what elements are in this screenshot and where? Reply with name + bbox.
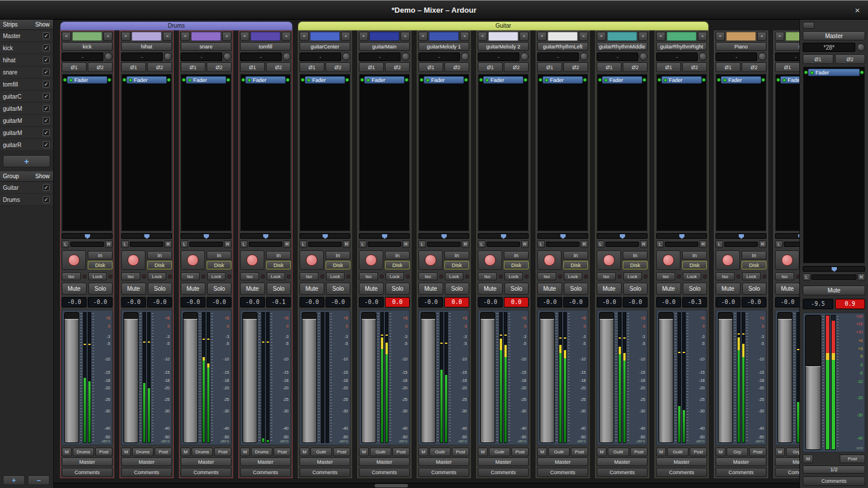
pan-width-bar[interactable]: [605, 242, 639, 247]
output-button[interactable]: Master: [537, 457, 588, 466]
output-button[interactable]: Master: [359, 457, 410, 466]
trim-display[interactable]: -: [478, 52, 519, 61]
meter-point-button[interactable]: Post: [630, 448, 648, 456]
trim-display[interactable]: -: [181, 52, 222, 61]
pan-width-bar[interactable]: [487, 242, 520, 247]
trim-display[interactable]: -: [716, 52, 757, 61]
strip-color-bar[interactable]: [607, 32, 637, 41]
master-balance-control[interactable]: L R: [803, 266, 865, 281]
solo-button[interactable]: Solo: [207, 283, 232, 295]
meter-point-button[interactable]: Post: [274, 448, 291, 456]
group-button[interactable]: Guitr: [667, 448, 689, 456]
processor-active-led[interactable]: [723, 78, 727, 82]
metering-button[interactable]: M: [300, 448, 309, 456]
meter-point-button[interactable]: Post: [571, 448, 588, 456]
gain-display[interactable]: -0.0: [597, 297, 622, 307]
trim-knob[interactable]: [699, 52, 707, 61]
fader-processor[interactable]: Fader: [661, 76, 702, 84]
phase-1-button[interactable]: Ø1: [716, 62, 740, 72]
pan-position-marker[interactable]: [560, 234, 566, 239]
phase-2-button[interactable]: Ø2: [623, 62, 648, 72]
record-enable-button[interactable]: [537, 250, 562, 270]
strip-list-item[interactable]: guitarM ✓: [0, 115, 53, 127]
strip-close-button[interactable]: ×: [757, 32, 766, 41]
processor-active-led[interactable]: [366, 78, 370, 82]
fader-processor[interactable]: Fader: [542, 76, 583, 84]
pan-position-marker[interactable]: [679, 234, 684, 239]
gain-fader[interactable]: [242, 312, 257, 443]
group-button[interactable]: Guitr: [548, 448, 570, 456]
trim-knob[interactable]: [402, 52, 410, 61]
solo-lock-button[interactable]: Lock: [504, 272, 523, 280]
stereo-panner[interactable]: L R: [240, 233, 291, 248]
pan-position-marker[interactable]: [798, 234, 799, 239]
strip-close-button[interactable]: ×: [401, 32, 410, 41]
solo-button[interactable]: Solo: [267, 283, 291, 295]
mute-button[interactable]: Mute: [359, 283, 384, 295]
disk-monitor-button[interactable]: Disk: [147, 261, 172, 269]
strip-list-item[interactable]: kick ✓: [0, 42, 53, 54]
record-enable-button[interactable]: [478, 250, 502, 270]
record-enable-button[interactable]: [181, 250, 205, 270]
gain-fader[interactable]: [124, 312, 139, 443]
processor-active-led[interactable]: [188, 78, 192, 82]
disk-monitor-button[interactable]: Disk: [207, 261, 231, 269]
balance-bar[interactable]: [811, 275, 856, 280]
trim-display[interactable]: -: [418, 52, 460, 61]
pan-width-bar[interactable]: [724, 242, 758, 247]
group-show-checkbox[interactable]: ✓: [43, 184, 50, 191]
processor-active-led[interactable]: [545, 78, 548, 82]
group-button[interactable]: Grp: [786, 448, 799, 456]
disk-monitor-button[interactable]: Disk: [444, 261, 469, 269]
phase-1-button[interactable]: Ø1: [300, 62, 324, 72]
trim-display[interactable]: -: [121, 52, 163, 61]
processor-active-led[interactable]: [485, 78, 489, 82]
output-button[interactable]: Master: [478, 457, 529, 466]
comments-button[interactable]: Comments: [597, 468, 648, 477]
strip-close-button[interactable]: ×: [519, 32, 529, 41]
record-enable-button[interactable]: [300, 250, 324, 270]
gain-display[interactable]: -0.0: [121, 297, 146, 307]
strip-color-bar[interactable]: [548, 32, 578, 41]
fader-processor[interactable]: Fader: [186, 76, 226, 84]
solo-button[interactable]: Solo: [742, 283, 767, 295]
strip-color-bar[interactable]: [250, 32, 280, 41]
comments-button[interactable]: Comments: [62, 468, 113, 477]
input-monitor-button[interactable]: In: [444, 251, 469, 260]
strip-hide-button[interactable]: «: [418, 32, 428, 41]
pan-width-bar[interactable]: [70, 242, 104, 247]
phase-2-button[interactable]: Ø2: [326, 62, 350, 72]
disk-monitor-button[interactable]: Disk: [326, 261, 350, 269]
metering-button[interactable]: M: [359, 448, 369, 456]
record-enable-button[interactable]: [62, 250, 86, 270]
master-fader-processor[interactable]: Fader: [808, 69, 860, 76]
trim-display[interactable]: -: [775, 52, 799, 61]
strip-color-bar[interactable]: [72, 32, 102, 41]
pan-width-bar[interactable]: [368, 242, 401, 247]
mute-button[interactable]: Mute: [300, 283, 324, 295]
peak-display[interactable]: -0.0: [207, 297, 231, 307]
trim-display[interactable]: -: [597, 52, 638, 61]
mute-button[interactable]: Mute: [716, 283, 740, 295]
solo-isolate-button[interactable]: Iso: [597, 272, 616, 280]
phase-2-button[interactable]: Ø2: [563, 62, 588, 72]
stereo-panner[interactable]: L R: [775, 233, 799, 248]
strip-name-button[interactable]: hihat: [121, 42, 172, 51]
gain-fader[interactable]: [659, 312, 674, 443]
master-trim-knob[interactable]: [857, 43, 865, 51]
strip-close-button[interactable]: ×: [460, 32, 469, 41]
group-button[interactable]: Grp: [727, 448, 748, 456]
pan-position-marker[interactable]: [382, 234, 387, 239]
gain-display[interactable]: -0.0: [240, 297, 265, 307]
group-button[interactable]: Guitr: [310, 448, 332, 456]
strip-name-button[interactable]: st: [775, 42, 799, 51]
solo-isolate-button[interactable]: Iso: [716, 272, 735, 280]
strip-list-item[interactable]: guitarM ✓: [0, 103, 53, 115]
strip-close-button[interactable]: ×: [579, 32, 588, 41]
peak-display[interactable]: 0.0: [444, 297, 469, 307]
record-enable-button[interactable]: [597, 250, 621, 270]
strip-hide-button[interactable]: «: [775, 32, 784, 41]
peak-display[interactable]: -0.0: [623, 297, 648, 307]
strip-name-button[interactable]: tomfill: [240, 42, 291, 51]
solo-button[interactable]: Solo: [504, 283, 529, 295]
